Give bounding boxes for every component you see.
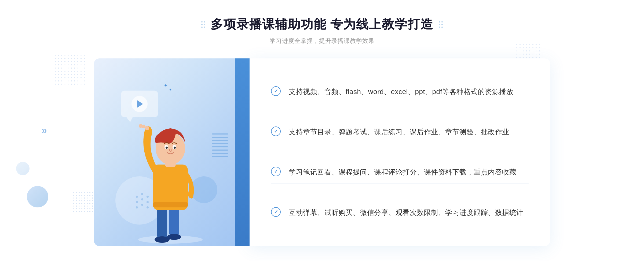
svg-point-4 <box>167 234 181 240</box>
check-mark-2: ✓ <box>274 129 278 134</box>
title-dots-right <box>439 21 443 28</box>
check-icon-3: ✓ <box>271 167 281 176</box>
feature-text-3: 学习笔记回看、课程提问、课程评论打分、课件资料下载，重点内容收藏 <box>289 167 516 178</box>
check-icon-1: ✓ <box>271 86 281 96</box>
svg-point-23 <box>141 204 143 206</box>
feature-item-4: ✓ 互动弹幕、试听购买、微信分享、观看次数限制、学习进度跟踪、数据统计 <box>271 202 529 224</box>
svg-point-13 <box>145 126 149 130</box>
title-row: 多项录播课辅助功能 专为线上教学打造 <box>201 16 443 33</box>
main-title: 多项录播课辅助功能 专为线上教学打造 <box>211 16 434 33</box>
svg-point-19 <box>136 201 138 203</box>
arrow-decoration-left: » <box>42 125 47 136</box>
dots-decoration-left <box>54 54 86 86</box>
svg-point-11 <box>166 147 168 149</box>
svg-point-18 <box>147 196 149 198</box>
check-icon-4: ✓ <box>271 207 281 217</box>
page-container: » 多项录播课辅助功能 专为线上教学打造 <box>0 0 644 261</box>
svg-point-16 <box>136 196 138 198</box>
content-area: ✦ ✦ <box>94 58 550 246</box>
person-figure <box>129 103 215 246</box>
header-section: 多项录播课辅助功能 专为线上教学打造 学习进度全掌握，提升录播课教学效果 <box>201 16 443 45</box>
svg-point-22 <box>136 206 138 208</box>
check-mark-3: ✓ <box>274 169 278 174</box>
svg-point-20 <box>141 198 143 200</box>
dots-decoration-bottom <box>72 191 94 213</box>
check-icon-2: ✓ <box>271 126 281 136</box>
feature-item-1: ✓ 支持视频、音频、flash、word、excel、ppt、pdf等各种格式的… <box>271 81 529 103</box>
title-dots-left <box>201 21 205 28</box>
feature-item-2: ✓ 支持章节目录、弹题考试、课后练习、课后作业、章节测验、批改作业 <box>271 121 529 143</box>
check-mark-1: ✓ <box>274 89 278 94</box>
subtitle: 学习进度全掌握，提升录播课教学效果 <box>201 37 443 45</box>
svg-point-12 <box>174 147 176 149</box>
svg-point-15 <box>139 124 142 128</box>
features-area: ✓ 支持视频、音频、flash、word、excel、ppt、pdf等各种格式的… <box>250 58 550 246</box>
feature-text-4: 互动弹幕、试听购买、微信分享、观看次数限制、学习进度跟踪、数据统计 <box>289 207 524 218</box>
check-mark-4: ✓ <box>274 210 278 214</box>
blue-sidebar <box>235 58 250 246</box>
sparkle-decoration-1: ✦ <box>164 83 168 88</box>
feature-item-3: ✓ 学习笔记回看、课程提问、课程评论打分、课件资料下载，重点内容收藏 <box>271 161 529 184</box>
sparkle-decoration-2: ✦ <box>169 88 172 92</box>
feature-text-1: 支持视频、音频、flash、word、excel、ppt、pdf等各种格式的资源… <box>289 86 513 98</box>
deco-circle-blue <box>27 186 48 207</box>
illustration-area: ✦ ✦ <box>94 58 250 246</box>
svg-point-21 <box>147 201 149 203</box>
feature-text-2: 支持章节目录、弹题考试、课后练习、课后作业、章节测验、批改作业 <box>289 126 509 138</box>
svg-point-24 <box>147 206 149 208</box>
svg-rect-6 <box>153 202 188 207</box>
svg-point-17 <box>141 193 143 195</box>
deco-circle-light <box>16 162 30 175</box>
